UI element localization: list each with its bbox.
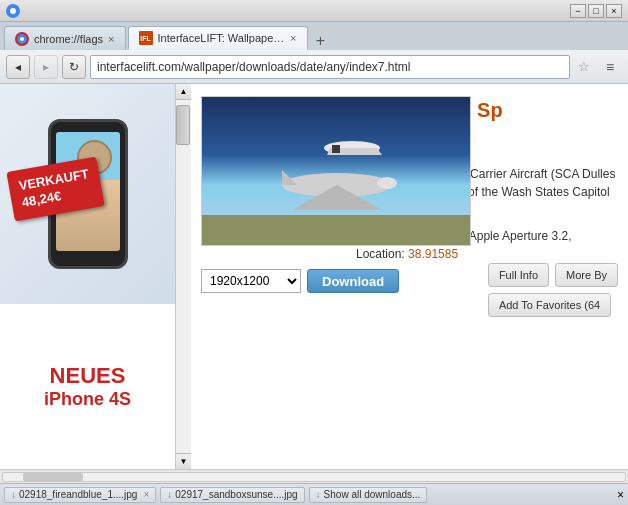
wallpaper-thumbnail	[201, 96, 471, 246]
vertical-scrollbar[interactable]: ▲ ▼	[175, 84, 191, 469]
location-label: Location:	[356, 247, 405, 261]
minimize-button[interactable]: −	[570, 4, 586, 18]
tab-bar: chrome://flags × IFL InterfaceLIFT: Wall…	[0, 22, 628, 50]
ad-text-area: NEUES iPhone 4S	[0, 304, 175, 469]
add-to-favorites-button[interactable]: Add To Favorites (64	[488, 293, 611, 317]
tab-favicon-chrome	[15, 32, 29, 46]
address-bar[interactable]: interfacelift.com/wallpaper/downloads/da…	[90, 55, 570, 79]
full-info-button[interactable]: Full Info	[488, 263, 549, 287]
new-tab-button[interactable]: +	[310, 32, 332, 50]
scroll-track[interactable]	[176, 100, 191, 453]
chrome-tab-icon	[17, 34, 27, 44]
bookmark-star-icon[interactable]: ☆	[574, 57, 594, 77]
left-advertisement: VERKAUFT 48,24€ NEUES iPhone 4S	[0, 84, 175, 469]
tab-ifl[interactable]: IFL InterfaceLIFT: Wallpaper sc ×	[128, 26, 308, 50]
svg-point-9	[377, 177, 397, 189]
tab-ifl-label: InterfaceLIFT: Wallpaper sc	[158, 32, 286, 44]
download-icon-1: ↓	[11, 489, 16, 500]
back-button[interactable]: ◂	[6, 55, 30, 79]
show-all-label: Show all downloads...	[324, 489, 421, 500]
tab-flags-label: chrome://flags	[34, 33, 103, 45]
reload-button[interactable]: ↻	[62, 55, 86, 79]
h-scroll-thumb[interactable]	[23, 473, 83, 481]
show-all-downloads-button[interactable]: ↓ Show all downloads...	[309, 487, 428, 503]
svg-point-1	[10, 8, 16, 14]
action-buttons: Full Info More By	[488, 263, 618, 287]
tab-ifl-favicon: IFL	[139, 31, 153, 45]
more-by-button[interactable]: More By	[555, 263, 618, 287]
download-section: 1920x1200 Download Full Info More By Add…	[201, 269, 618, 293]
download-icon-2: ↓	[167, 489, 172, 500]
downloads-bar: ↓ 02918_fireandblue_1....jpg × ↓ 02917_s…	[0, 483, 628, 505]
address-text: interfacelift.com/wallpaper/downloads/da…	[97, 60, 563, 74]
svg-point-3	[20, 37, 24, 41]
download-close-1[interactable]: ×	[143, 489, 149, 500]
title-bar-left	[6, 4, 20, 18]
svg-rect-5	[202, 215, 470, 245]
scroll-up-button[interactable]: ▲	[176, 84, 191, 100]
wallpaper-image-svg	[202, 96, 470, 245]
horizontal-scrollbar[interactable]	[0, 469, 628, 483]
main-content: Hitch-hiking Sp By chickenwire April 17t…	[191, 84, 628, 469]
scroll-down-button[interactable]: ▼	[176, 453, 191, 469]
window-controls: − □ ×	[570, 4, 622, 18]
download-item-2[interactable]: ↓ 02917_sandboxsunse....jpg	[160, 487, 304, 503]
article-location: Location: 38.91585	[356, 247, 618, 261]
nav-bar: ◂ ▸ ↻ interfacelift.com/wallpaper/downlo…	[0, 50, 628, 84]
title-bar: − □ ×	[0, 0, 628, 22]
ad-phone-image: VERKAUFT 48,24€	[0, 84, 175, 304]
tab-ifl-close[interactable]: ×	[290, 32, 296, 44]
wrench-menu-icon[interactable]: ≡	[598, 55, 622, 79]
show-all-arrow-icon: ↓	[316, 489, 321, 500]
tab-flags[interactable]: chrome://flags ×	[4, 26, 126, 50]
ad-iphone-text: iPhone 4S	[44, 389, 131, 410]
page-area: VERKAUFT 48,24€ NEUES iPhone 4S ▲ ▼	[0, 84, 628, 469]
h-scroll-track[interactable]	[2, 472, 626, 482]
svg-rect-12	[332, 145, 340, 153]
browser-window: − □ × chrome://flags × IFL InterfaceLIFT…	[0, 0, 628, 505]
download-filename-2: 02917_sandboxsunse....jpg	[175, 489, 297, 500]
forward-button[interactable]: ▸	[34, 55, 58, 79]
tab-flags-close[interactable]: ×	[108, 33, 114, 45]
maximize-button[interactable]: □	[588, 4, 604, 18]
download-item-1[interactable]: ↓ 02918_fireandblue_1....jpg ×	[4, 487, 156, 503]
scroll-thumb[interactable]	[176, 105, 190, 145]
close-downloads-icon[interactable]: ×	[617, 488, 624, 502]
location-coords: 38.91585	[408, 247, 458, 261]
resolution-select[interactable]: 1920x1200	[201, 269, 301, 293]
close-button[interactable]: ×	[606, 4, 622, 18]
download-button[interactable]: Download	[307, 269, 399, 293]
chrome-logo-icon	[6, 4, 20, 18]
ad-neues-text: NEUES	[50, 363, 126, 389]
favorites-area: Add To Favorites (64	[488, 293, 618, 317]
download-filename-1: 02918_fireandblue_1....jpg	[19, 489, 137, 500]
right-action-area: Full Info More By Add To Favorites (64	[488, 263, 618, 317]
